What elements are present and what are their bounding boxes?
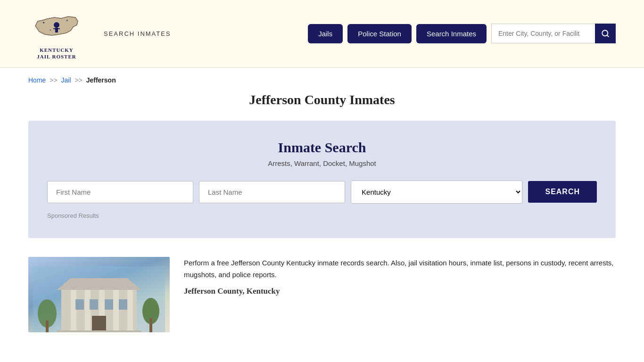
search-form: AlabamaAlaskaArizonaArkansasCaliforniaCo… [47, 181, 597, 204]
page-title: Jefferson County Inmates [28, 92, 616, 107]
svg-rect-20 [57, 330, 141, 332]
svg-rect-14 [75, 299, 84, 310]
logo-text: KENTUCKY JAIL ROSTER [37, 47, 76, 60]
bottom-text-content: Perform a free Jefferson County Kentucky… [184, 257, 616, 296]
svg-rect-10 [85, 290, 91, 332]
svg-rect-16 [105, 299, 113, 310]
header-search-button[interactable] [595, 24, 616, 43]
breadcrumb-home[interactable]: Home [28, 76, 46, 84]
search-inmates-label: SEARCH INMATES [104, 30, 171, 37]
courthouse-svg [33, 266, 165, 332]
search-submit-button[interactable]: SEARCH [528, 181, 597, 203]
svg-rect-18 [92, 316, 106, 332]
header: ★ ★ ★ KENTUCKY JAIL ROSTER SEARCH INMATE… [0, 0, 644, 68]
search-box-title: Inmate Search [47, 140, 597, 156]
logo-area: ★ ★ ★ KENTUCKY JAIL ROSTER [28, 7, 85, 60]
search-box-subtitle: Arrests, Warrant, Docket, Mugshot [47, 159, 597, 167]
last-name-input[interactable] [199, 181, 345, 203]
jails-button[interactable]: Jails [308, 24, 343, 43]
search-inmates-button[interactable]: Search Inmates [416, 24, 487, 43]
svg-rect-17 [119, 299, 127, 310]
svg-rect-9 [71, 290, 76, 332]
search-icon [601, 29, 610, 38]
breadcrumb-current: Jefferson [86, 76, 116, 84]
bottom-description: Perform a free Jefferson County Kentucky… [184, 257, 616, 281]
breadcrumb: Home >> Jail >> Jefferson [0, 68, 644, 92]
logo-icon: ★ ★ ★ [31, 7, 83, 45]
first-name-input[interactable] [47, 181, 193, 203]
svg-rect-12 [113, 290, 119, 332]
police-station-button[interactable]: Police Station [347, 24, 412, 43]
state-select[interactable]: AlabamaAlaskaArizonaArkansasCaliforniaCo… [351, 181, 522, 204]
breadcrumb-sep2: >> [74, 76, 82, 84]
bottom-subheading: Jefferson County, Kentucky [184, 287, 616, 296]
inmate-search-box: Inmate Search Arrests, Warrant, Docket, … [28, 121, 616, 238]
breadcrumb-jail[interactable]: Jail [61, 76, 71, 84]
bottom-section: Perform a free Jefferson County Kentucky… [28, 257, 616, 332]
building-image [28, 257, 170, 332]
header-search-wrap [491, 24, 616, 43]
svg-text:★: ★ [50, 29, 51, 31]
breadcrumb-sep1: >> [50, 76, 57, 84]
nav-area: Jails Police Station Search Inmates [308, 24, 616, 43]
svg-text:★: ★ [42, 21, 45, 24]
svg-rect-15 [90, 299, 98, 310]
svg-rect-13 [127, 290, 133, 332]
svg-marker-8 [57, 278, 141, 290]
svg-rect-22 [46, 321, 49, 332]
sponsored-label: Sponsored Results [47, 212, 597, 219]
header-search-input[interactable] [491, 24, 595, 43]
svg-rect-24 [149, 318, 152, 332]
svg-point-0 [54, 22, 59, 28]
main-content: Jefferson County Inmates Inmate Search A… [0, 92, 644, 351]
